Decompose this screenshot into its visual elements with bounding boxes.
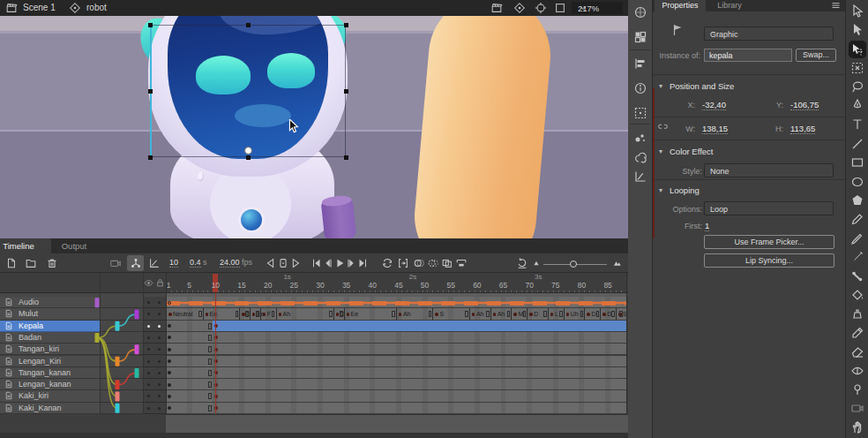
- use-frame-picker-button[interactable]: Use Frame Picker...: [704, 235, 834, 249]
- oval-tool-icon[interactable]: [850, 175, 864, 189]
- free-transform-tool-icon[interactable]: [850, 61, 864, 75]
- mouth-cue-ah[interactable]: Ah: [396, 308, 433, 320]
- go-last-frame-icon[interactable]: [356, 257, 369, 269]
- go-first-frame-icon[interactable]: [311, 257, 323, 269]
- layer-name-audio[interactable]: Audio: [0, 297, 100, 308]
- selected-frame-span[interactable]: [213, 321, 626, 332]
- breadcrumb-scene[interactable]: Scene 1: [23, 3, 56, 12]
- step-back-icon[interactable]: [265, 257, 277, 269]
- loop-options-select[interactable]: Loop: [704, 201, 834, 215]
- mouth-cue-d[interactable]: D: [600, 308, 616, 320]
- layer-name-mulut[interactable]: Mulut: [0, 308, 100, 320]
- loop-range-icon[interactable]: [397, 257, 409, 269]
- tab-library[interactable]: Library: [707, 0, 752, 11]
- clip-content-icon[interactable]: [554, 2, 566, 14]
- eyedropper-tool-icon[interactable]: [850, 326, 864, 340]
- hand-tool-icon[interactable]: [850, 420, 864, 434]
- mouth-cue-ee[interactable]: Ee: [344, 308, 396, 320]
- layer-frames-kaki-kiri[interactable]: [166, 390, 626, 402]
- polystar-tool-icon[interactable]: [850, 193, 864, 208]
- edit-scene-icon[interactable]: [490, 2, 503, 14]
- onion-skin-outlines-icon[interactable]: [427, 257, 439, 269]
- zoom-out-timeline-icon[interactable]: [530, 257, 542, 269]
- text-tool-icon[interactable]: [850, 117, 864, 132]
- symbol-type-select[interactable]: Graphic: [704, 26, 834, 41]
- mouth-cue-d[interactable]: D: [333, 308, 344, 320]
- h-value[interactable]: 113,65: [790, 124, 815, 133]
- color-style-select[interactable]: None: [704, 163, 834, 177]
- section-position-size[interactable]: Position and Size: [670, 81, 734, 91]
- symbol-icon[interactable]: [69, 2, 81, 14]
- mouth-cue-s[interactable]: S: [432, 308, 469, 320]
- step-forward-icon[interactable]: [289, 257, 302, 269]
- layer-frames-tangan-kanan[interactable]: [166, 367, 626, 379]
- frame-marker-icon[interactable]: [277, 257, 289, 269]
- stage-canvas[interactable]: [0, 16, 628, 238]
- edit-symbols-icon[interactable]: [513, 2, 526, 14]
- span-end-marker[interactable]: [208, 393, 212, 399]
- fps-field[interactable]: 24.00 fps: [220, 258, 252, 267]
- mouth-cue-l[interactable]: L: [548, 308, 564, 320]
- edit-multiple-frames-icon[interactable]: [441, 257, 453, 269]
- subselection-tool-icon[interactable]: [850, 4, 864, 19]
- selection-handle[interactable]: [344, 155, 348, 160]
- swap-button[interactable]: Swap...: [796, 49, 836, 62]
- layer-frames-audio[interactable]: [166, 297, 626, 308]
- graph-editor-icon[interactable]: [148, 257, 161, 269]
- fluid-brush-tool-icon[interactable]: [850, 250, 864, 264]
- layer-frames-badan[interactable]: [166, 332, 626, 344]
- keyframe-dot[interactable]: [168, 336, 171, 339]
- collapse-triangle-icon[interactable]: ▾: [659, 186, 662, 194]
- tab-output[interactable]: Output: [51, 238, 97, 253]
- frame-ruler[interactable]: 1s2s3s1510152025303540455055606570758085: [166, 273, 626, 293]
- instance-name-field[interactable]: kepala: [704, 49, 792, 62]
- loop-playback-icon[interactable]: [381, 257, 393, 269]
- breadcrumb-symbol[interactable]: robot: [86, 3, 107, 12]
- selection-handle[interactable]: [148, 89, 153, 94]
- layer-name-tangan-kanan[interactable]: Tangan_kanan: [0, 367, 100, 379]
- y-value[interactable]: -106,75: [790, 100, 819, 110]
- mouth-cue-ah[interactable]: Ah: [490, 308, 512, 320]
- mouth-cue-neutral[interactable]: Neutral: [166, 308, 203, 320]
- layer-name-lengan-kiri[interactable]: Lengan_Kiri: [0, 356, 100, 367]
- mouth-cue-uh[interactable]: Uh: [564, 308, 585, 320]
- reset-timeline-zoom-icon[interactable]: [516, 257, 528, 269]
- asset-sculpt-tool-icon[interactable]: [850, 382, 864, 396]
- line-tool-icon[interactable]: [850, 137, 864, 151]
- info-panel-icon[interactable]: [633, 81, 647, 95]
- mouth-cue-ah[interactable]: Ah: [469, 308, 490, 320]
- motion-editor-panel-icon[interactable]: [633, 170, 647, 184]
- collapse-triangle-icon[interactable]: ▾: [659, 82, 662, 90]
- show-parenting-view-button[interactable]: [127, 255, 144, 271]
- w-value[interactable]: 138,15: [702, 124, 728, 133]
- lock-all-icon[interactable]: [155, 278, 165, 288]
- mouth-cue-d[interactable]: D: [584, 308, 600, 320]
- mouth-cue-ah[interactable]: Ah: [276, 308, 333, 320]
- scene-icon[interactable]: [5, 2, 18, 14]
- align-panel-icon[interactable]: [633, 57, 647, 71]
- camera-toggle-icon[interactable]: [109, 257, 122, 269]
- selection-handle[interactable]: [148, 155, 153, 160]
- center-stage-icon[interactable]: [535, 2, 547, 14]
- camera-tool-icon[interactable]: [850, 401, 864, 415]
- lip-syncing-button[interactable]: Lip Syncing...: [704, 253, 834, 268]
- selection-tool-icon[interactable]: [850, 23, 864, 37]
- mouth-cue-m[interactable]: M: [511, 308, 527, 320]
- mouth-cue-s[interactable]: S: [616, 308, 624, 320]
- pen-tool-icon[interactable]: [850, 99, 864, 113]
- selection-bounding-box[interactable]: [150, 25, 346, 157]
- span-end-marker[interactable]: [208, 335, 212, 341]
- first-frame-value[interactable]: 1: [705, 221, 709, 230]
- layer-parenting-rig[interactable]: [88, 297, 166, 414]
- lock-proportions-icon[interactable]: [657, 122, 669, 133]
- span-end-marker[interactable]: [208, 359, 212, 365]
- keyframe-dot[interactable]: [168, 395, 171, 398]
- timeline-zoom-knob[interactable]: [570, 261, 577, 268]
- mouth-cue-ee[interactable]: Ee: [250, 308, 260, 320]
- span-end-marker[interactable]: [208, 370, 212, 376]
- ink-bottle-tool-icon[interactable]: [850, 306, 864, 321]
- mouth-cue-d[interactable]: D: [239, 308, 250, 320]
- rectangle-tool-icon[interactable]: [850, 155, 864, 170]
- layer-frames-lengan-kiri[interactable]: [166, 356, 626, 367]
- panel-menu-icon[interactable]: [830, 0, 842, 11]
